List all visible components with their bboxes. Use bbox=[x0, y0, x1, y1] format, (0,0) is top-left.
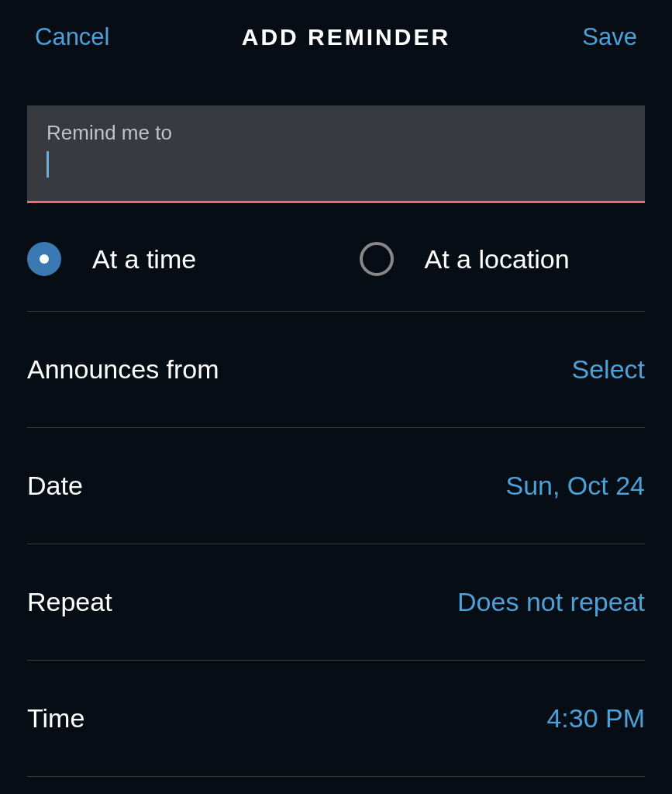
time-value: 4:30 PM bbox=[546, 703, 645, 734]
reminder-input[interactable] bbox=[47, 151, 625, 178]
time-row[interactable]: Time 4:30 PM bbox=[27, 661, 645, 777]
time-label: Time bbox=[27, 703, 84, 734]
reminder-input-label: Remind me to bbox=[47, 121, 625, 145]
date-value: Sun, Oct 24 bbox=[505, 471, 645, 501]
radio-selected-icon bbox=[27, 242, 61, 276]
announces-from-label: Announces from bbox=[27, 354, 219, 385]
text-cursor-icon bbox=[47, 151, 49, 178]
repeat-value: Does not repeat bbox=[457, 587, 645, 617]
radio-label-time: At a time bbox=[92, 244, 196, 274]
trigger-type-group: At a time At a location bbox=[27, 242, 645, 312]
announces-from-row[interactable]: Announces from Select bbox=[27, 312, 645, 428]
announces-from-value: Select bbox=[572, 354, 646, 385]
radio-label-location: At a location bbox=[425, 244, 570, 274]
reminder-text-field[interactable]: Remind me to bbox=[27, 105, 645, 203]
repeat-row[interactable]: Repeat Does not repeat bbox=[27, 544, 645, 661]
page-title: ADD REMINDER bbox=[242, 24, 450, 50]
trigger-at-location-option[interactable]: At a location bbox=[360, 242, 646, 276]
radio-unselected-icon bbox=[360, 242, 394, 276]
save-button[interactable]: Save bbox=[582, 23, 637, 51]
date-label: Date bbox=[27, 471, 83, 501]
header: Cancel ADD REMINDER Save bbox=[0, 0, 672, 74]
date-row[interactable]: Date Sun, Oct 24 bbox=[27, 428, 645, 544]
cancel-button[interactable]: Cancel bbox=[35, 23, 110, 51]
trigger-at-time-option[interactable]: At a time bbox=[27, 242, 313, 276]
repeat-label: Repeat bbox=[27, 587, 112, 617]
